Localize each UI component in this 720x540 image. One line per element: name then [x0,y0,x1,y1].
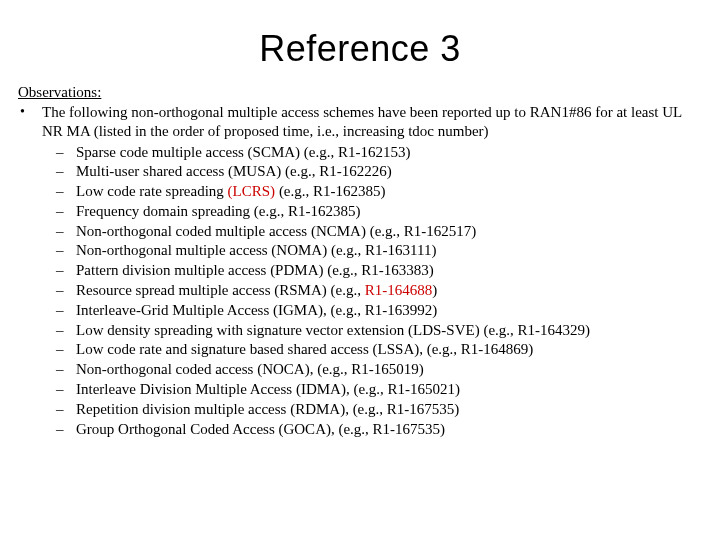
item-pre: Pattern division multiple access (PDMA) … [76,262,434,278]
list-item-text: Resource spread multiple access (RSMA) (… [76,281,702,301]
list-item: –Non-orthogonal coded access (NOCA), (e.… [18,360,702,380]
page-title: Reference 3 [18,28,702,70]
dash-icon: – [56,143,76,163]
list-item: –Frequency domain spreading (e.g., R1-16… [18,202,702,222]
list-item-text: Group Orthogonal Coded Access (GOCA), (e… [76,420,702,440]
list-item: –Low code rate spreading (LCRS) (e.g., R… [18,182,702,202]
item-pre: Group Orthogonal Coded Access (GOCA), (e… [76,421,445,437]
list-item: –Repetition division multiple access (RD… [18,400,702,420]
dash-icon: – [56,321,76,341]
dash-icon: – [56,261,76,281]
list-item-text: Sparse code multiple access (SCMA) (e.g.… [76,143,702,163]
dash-icon: – [56,162,76,182]
list-item: –Group Orthogonal Coded Access (GOCA), (… [18,420,702,440]
dash-icon: – [56,222,76,242]
sub-list: –Sparse code multiple access (SCMA) (e.g… [18,143,702,440]
list-item-text: Frequency domain spreading (e.g., R1-162… [76,202,702,222]
main-bullet: • The following non-orthogonal multiple … [18,103,702,141]
list-item-text: Repetition division multiple access (RDM… [76,400,702,420]
dash-icon: – [56,202,76,222]
slide-container: Reference 3 Observations: • The followin… [0,0,720,540]
item-red: R1-164688 [365,282,433,298]
dash-icon: – [56,182,76,202]
item-pre: Interleave-Grid Multiple Access (IGMA), … [76,302,437,318]
list-item: –Low code rate and signature based share… [18,340,702,360]
item-pre: Multi-user shared access (MUSA) (e.g., R… [76,163,392,179]
item-pre: Repetition division multiple access (RDM… [76,401,459,417]
list-item: –Sparse code multiple access (SCMA) (e.g… [18,143,702,163]
item-pre: Interleave Division Multiple Access (IDM… [76,381,460,397]
list-item-text: Interleave Division Multiple Access (IDM… [76,380,702,400]
dash-icon: – [56,281,76,301]
item-pre: Low code rate and signature based shared… [76,341,533,357]
observations-heading: Observations: [18,84,702,101]
dash-icon: – [56,301,76,321]
item-pre: Non-orthogonal coded multiple access (NC… [76,223,476,239]
list-item-text: Low density spreading with signature vec… [76,321,702,341]
bullet-dot-icon: • [18,103,42,121]
list-item: –Non-orthogonal multiple access (NOMA) (… [18,241,702,261]
list-item-text: Pattern division multiple access (PDMA) … [76,261,702,281]
list-item: –Pattern division multiple access (PDMA)… [18,261,702,281]
item-pre: Low density spreading with signature vec… [76,322,590,338]
list-item: –Non-orthogonal coded multiple access (N… [18,222,702,242]
list-item: –Multi-user shared access (MUSA) (e.g., … [18,162,702,182]
item-pre: Low code rate spreading [76,183,228,199]
item-post: ) [432,282,437,298]
list-item: –Resource spread multiple access (RSMA) … [18,281,702,301]
main-bullet-text: The following non-orthogonal multiple ac… [42,103,702,141]
list-item-text: Low code rate spreading (LCRS) (e.g., R1… [76,182,702,202]
item-pre: Resource spread multiple access (RSMA) (… [76,282,365,298]
list-item: –Interleave Division Multiple Access (ID… [18,380,702,400]
item-pre: Sparse code multiple access (SCMA) (e.g.… [76,144,411,160]
dash-icon: – [56,360,76,380]
list-item-text: Low code rate and signature based shared… [76,340,702,360]
list-item-text: Multi-user shared access (MUSA) (e.g., R… [76,162,702,182]
dash-icon: – [56,340,76,360]
list-item-text: Interleave-Grid Multiple Access (IGMA), … [76,301,702,321]
list-item-text: Non-orthogonal multiple access (NOMA) (e… [76,241,702,261]
list-item-text: Non-orthogonal coded access (NOCA), (e.g… [76,360,702,380]
dash-icon: – [56,400,76,420]
item-post: (e.g., R1-162385) [275,183,385,199]
list-item: –Low density spreading with signature ve… [18,321,702,341]
dash-icon: – [56,241,76,261]
list-item-text: Non-orthogonal coded multiple access (NC… [76,222,702,242]
item-pre: Non-orthogonal coded access (NOCA), (e.g… [76,361,424,377]
dash-icon: – [56,420,76,440]
dash-icon: – [56,380,76,400]
item-red: (LCRS) [228,183,276,199]
item-pre: Non-orthogonal multiple access (NOMA) (e… [76,242,436,258]
list-item: –Interleave-Grid Multiple Access (IGMA),… [18,301,702,321]
item-pre: Frequency domain spreading (e.g., R1-162… [76,203,361,219]
